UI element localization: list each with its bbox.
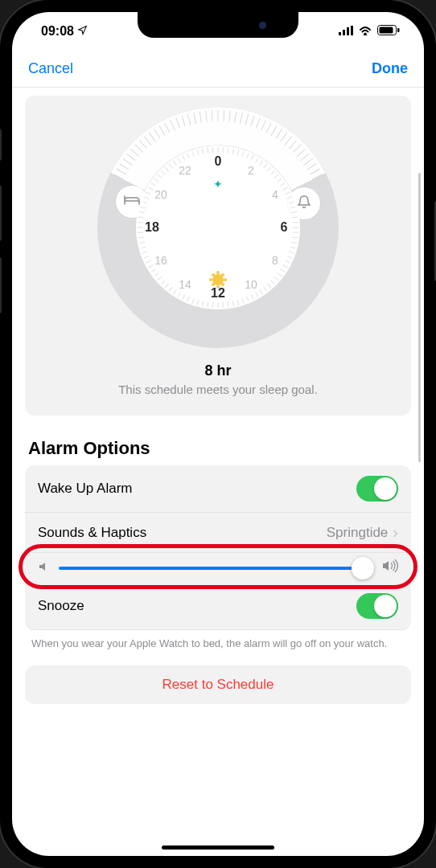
hour-label-22: 22 <box>179 164 191 177</box>
svg-rect-7 <box>397 28 400 32</box>
hour-label-20: 20 <box>154 188 167 201</box>
cancel-button[interactable]: Cancel <box>28 60 73 77</box>
snooze-toggle[interactable] <box>356 593 398 619</box>
snooze-label: Snooze <box>38 598 84 614</box>
hour-label-2: 2 <box>248 164 254 177</box>
notch <box>138 12 298 38</box>
wifi-icon <box>358 24 372 39</box>
scroll-indicator[interactable] <box>418 173 421 462</box>
hour-label-6: 6 <box>281 220 288 235</box>
hour-label-14: 14 <box>179 278 191 291</box>
wake-up-alarm-label: Wake Up Alarm <box>38 481 132 497</box>
watch-footer-note: When you wear your Apple Watch to bed, t… <box>25 630 411 651</box>
volume-row <box>25 553 411 583</box>
snooze-row: Snooze <box>25 583 411 630</box>
hour-label-8: 8 <box>272 254 278 267</box>
sun-icon <box>212 274 224 285</box>
screen: 09:08 Cancel Done <box>12 12 424 856</box>
bell-icon <box>298 194 311 212</box>
sleep-clock-ring[interactable]: ✦ 0246810121416182022 <box>97 107 339 348</box>
svg-point-4 <box>364 32 366 35</box>
volume-low-icon <box>38 559 49 576</box>
alarm-options-list: Wake Up Alarm Sounds & Haptics Springtid… <box>25 465 411 630</box>
bed-icon <box>124 194 140 209</box>
volume-high-icon <box>382 559 398 576</box>
done-button[interactable]: Done <box>372 60 408 77</box>
sleep-duration: 8 hr <box>36 362 400 379</box>
sparkle-icon: ✦ <box>213 178 223 190</box>
svg-rect-0 <box>339 32 341 35</box>
hour-label-18: 18 <box>145 220 159 235</box>
volume-slider[interactable] <box>59 567 372 570</box>
hour-label-0: 0 <box>215 154 222 169</box>
content: ✦ 0246810121416182022 8 hr This schedule… <box>12 88 424 856</box>
wake-up-alarm-row: Wake Up Alarm <box>25 465 411 513</box>
battery-icon <box>377 24 400 39</box>
sleep-goal-caption: This schedule meets your sleep goal. <box>36 383 400 396</box>
chevron-right-icon: › <box>393 523 398 542</box>
hour-label-16: 16 <box>154 254 167 267</box>
volume-up-button <box>0 185 2 241</box>
alarm-options-title: Alarm Options <box>28 438 411 459</box>
hour-label-4: 4 <box>272 188 278 201</box>
svg-rect-3 <box>351 26 353 35</box>
sounds-haptics-value: Springtide <box>327 525 389 541</box>
svg-rect-6 <box>380 27 393 34</box>
clock-face: ✦ 0246810121416182022 <box>136 145 300 309</box>
sounds-haptics-row[interactable]: Sounds & Haptics Springtide › <box>25 513 411 553</box>
reset-to-schedule-button[interactable]: Reset to Schedule <box>25 665 411 704</box>
sounds-haptics-label: Sounds & Haptics <box>38 525 146 541</box>
sleep-clock-card: ✦ 0246810121416182022 8 hr This schedule… <box>25 96 411 416</box>
volume-down-button <box>0 257 2 313</box>
hour-label-10: 10 <box>245 278 257 291</box>
nav-bar: Cancel Done <box>12 51 424 88</box>
svg-rect-2 <box>347 27 349 35</box>
phone-frame: 09:08 Cancel Done <box>0 0 436 868</box>
status-time: 09:08 <box>41 24 74 39</box>
home-indicator[interactable] <box>162 845 274 850</box>
wake-up-alarm-toggle[interactable] <box>356 476 398 502</box>
cellular-icon <box>339 24 353 39</box>
volume-thumb[interactable] <box>352 557 374 579</box>
ringer-switch <box>0 129 2 161</box>
location-icon <box>77 24 88 39</box>
svg-rect-1 <box>343 30 345 35</box>
hour-label-12: 12 <box>211 286 225 301</box>
